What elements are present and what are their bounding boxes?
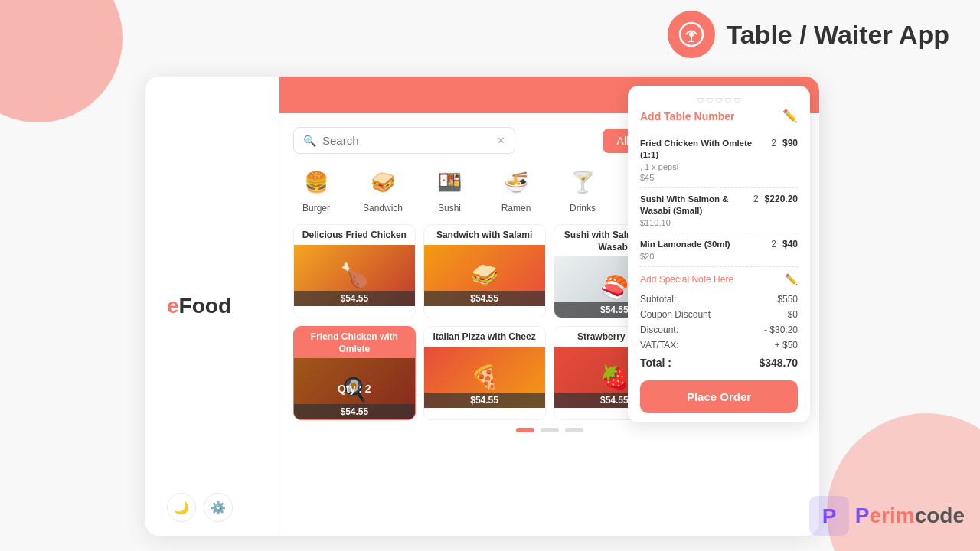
notch-1 <box>697 98 704 103</box>
summary-vat: VAT/TAX: + $50 <box>640 337 798 353</box>
order-summary: Subtotal: $550 Coupon Discount $0 Discou… <box>640 292 798 371</box>
watermark-text: Perimcode <box>855 504 965 528</box>
total-value: $348.70 <box>759 357 798 369</box>
food-card-6-price: $54.55 <box>424 393 545 408</box>
order-item-2-qty: 2 <box>753 194 759 204</box>
order-item-3-sub2: $20 <box>640 252 798 261</box>
notch-4 <box>725 98 731 103</box>
order-item-2-name: Sushi With Salmon & Wasabi (Small) <box>640 194 747 217</box>
order-item-3: Min Lamonade (30ml) 2 $40 $20 <box>640 233 798 267</box>
place-order-button[interactable]: Place Order <box>640 380 798 413</box>
sushi-icon: 🍱 <box>432 165 467 200</box>
ramen-icon: 🍜 <box>498 165 534 200</box>
settings-button[interactable]: ⚙️ <box>204 493 233 522</box>
notch-3 <box>716 98 722 103</box>
food-card-5[interactable]: Friend Chicken with Omlete 🍳 Qty : 2 $54… <box>293 326 416 420</box>
watermark-code: code <box>915 504 965 527</box>
discount-label: Discount: <box>640 324 678 335</box>
order-item-1-qty: 2 <box>771 138 776 148</box>
pagination-dot-2[interactable] <box>541 428 559 432</box>
order-item-1-price: $90 <box>782 138 798 148</box>
summary-total: Total : $348.70 <box>640 353 798 371</box>
logo-e: e <box>167 294 179 318</box>
summary-coupon: Coupon Discount $0 <box>640 307 798 322</box>
food-card-2[interactable]: Sandwich with Salami 🥪 $54.55 <box>423 224 546 318</box>
category-sandwich[interactable]: 🥪 Sandwich <box>360 165 406 214</box>
header-title: Table / Waiter App <box>726 20 949 50</box>
search-bar[interactable]: 🔍 ✕ <box>293 127 515 154</box>
summary-discount: Discount: - $30.20 <box>640 322 798 337</box>
summary-subtotal: Subtotal: $550 <box>640 292 798 307</box>
sandwich-icon: 🥪 <box>365 165 400 200</box>
order-item-1-name: Fried Chicken With Omlete (1:1) <box>640 138 765 161</box>
food-card-2-title: Sandwich with Salami <box>424 225 545 245</box>
order-item-1-sub2: $45 <box>640 173 798 182</box>
food-card-5-title: Friend Chicken with Omlete <box>294 327 415 358</box>
search-input[interactable] <box>322 134 491 147</box>
food-card-1-title: Delicious Fried Chicken <box>294 225 415 245</box>
category-burger[interactable]: 🍔 Burger <box>293 165 339 214</box>
edit-note-icon[interactable]: ✏️ <box>785 273 798 285</box>
order-panel-header: Add Table Number ✏️ <box>640 109 798 123</box>
order-item-1: Fried Chicken With Omlete (1:1) 2 $90 , … <box>640 132 798 188</box>
category-drinks[interactable]: 🍸 Drinks <box>560 165 606 214</box>
category-ramen[interactable]: 🍜 Ramen <box>493 165 539 214</box>
order-item-2: Sushi With Salmon & Wasabi (Small) 2 $22… <box>640 188 798 233</box>
watermark: P Perimcode <box>809 496 965 536</box>
category-drinks-label: Drinks <box>570 203 596 214</box>
drinks-icon: 🍸 <box>565 165 600 200</box>
svg-point-1 <box>689 32 694 37</box>
food-card-1-image: 🍗 $54.55 <box>294 245 415 306</box>
order-item-2-price: $220.20 <box>765 194 798 204</box>
app-logo: eFood <box>167 294 231 318</box>
watermark-icon: P <box>809 496 849 536</box>
watermark-p: P <box>855 504 870 527</box>
food-card-2-image: 🥪 $54.55 <box>424 245 545 306</box>
header-logo: Table / Waiter App <box>668 11 949 58</box>
food-card-1-price: $54.55 <box>294 291 415 306</box>
total-label: Total : <box>640 357 671 369</box>
edit-table-icon[interactable]: ✏️ <box>782 109 798 123</box>
food-card-2-price: $54.55 <box>424 291 545 306</box>
food-card-6-title: Italian Pizza with Cheez <box>424 327 545 347</box>
category-sushi-label: Sushi <box>438 203 461 214</box>
vat-value: + $50 <box>775 340 798 350</box>
food-card-6-image: 🍕 $54.55 <box>424 347 545 408</box>
food-card-5-image: 🍳 Qty : 2 $54.55 <box>294 358 415 419</box>
category-sushi[interactable]: 🍱 Sushi <box>426 165 472 214</box>
food-card-6[interactable]: Italian Pizza with Cheez 🍕 $54.55 <box>423 326 546 420</box>
order-item-2-sub2: $110.10 <box>640 218 798 227</box>
food-card-5-price: $54.55 <box>294 404 415 419</box>
notch-5 <box>734 98 740 103</box>
theme-toggle-button[interactable]: 🌙 <box>167 493 196 522</box>
header-icon <box>668 11 715 58</box>
clear-search-icon[interactable]: ✕ <box>497 135 505 146</box>
order-item-3-price: $40 <box>782 239 798 249</box>
bottom-buttons: 🌙 ⚙️ <box>167 493 233 522</box>
category-ramen-label: Ramen <box>501 203 531 214</box>
header: Table / Waiter App <box>444 0 980 69</box>
burger-icon: 🍔 <box>299 165 334 200</box>
order-item-1-sub: , 1 x pepsi <box>640 162 798 171</box>
coupon-label: Coupon Discount <box>640 309 710 320</box>
notch-2 <box>707 98 713 103</box>
coupon-value: $0 <box>788 309 798 320</box>
vat-label: VAT/TAX: <box>640 340 679 350</box>
watermark-erim: erim <box>869 504 914 527</box>
pagination <box>293 428 805 432</box>
search-icon: 🔍 <box>303 135 316 147</box>
order-item-3-qty: 2 <box>771 239 776 249</box>
special-note-label: Add Special Note Here <box>640 274 733 285</box>
food-card-1[interactable]: Delicious Fried Chicken 🍗 $54.55 <box>293 224 416 318</box>
category-burger-label: Burger <box>302 203 330 214</box>
subtotal-label: Subtotal: <box>640 294 676 305</box>
discount-value: - $30.20 <box>764 324 798 335</box>
category-sandwich-label: Sandwich <box>363 203 403 214</box>
order-panel-title: Add Table Number <box>640 110 734 122</box>
add-special-note[interactable]: Add Special Note Here ✏️ <box>640 267 798 289</box>
order-panel: Add Table Number ✏️ Fried Chicken With O… <box>628 86 810 422</box>
pagination-dot-3[interactable] <box>565 428 583 432</box>
bg-decoration-top <box>0 0 122 122</box>
logo-food: Food <box>179 294 231 318</box>
pagination-dot-1[interactable] <box>516 428 534 432</box>
